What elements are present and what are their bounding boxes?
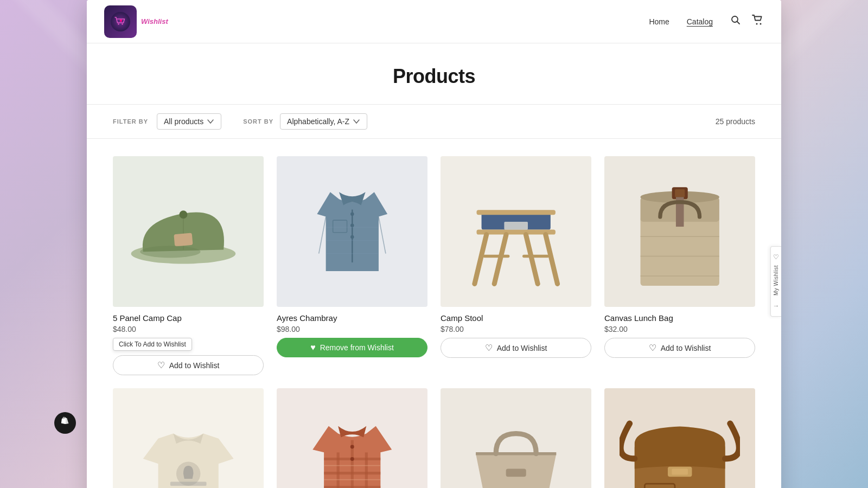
svg-point-9 (179, 210, 187, 219)
svg-point-2 (122, 23, 123, 24)
product-card-4: Canvas Lunch Bag $32.00 ♡ Add to Wishlis… (604, 156, 755, 375)
svg-rect-28 (640, 217, 719, 286)
svg-line-22 (494, 234, 506, 284)
logo[interactable] (104, 5, 137, 38)
search-icon[interactable] (730, 15, 741, 28)
sort-chevron-icon (353, 118, 360, 125)
svg-point-13 (350, 235, 354, 238)
sort-section: SORT BY Alphabetically, A-Z (243, 113, 367, 130)
svg-point-47 (350, 445, 354, 448)
svg-rect-7 (174, 233, 193, 246)
svg-point-11 (350, 212, 354, 215)
svg-rect-38 (170, 481, 207, 485)
svg-line-21 (475, 234, 487, 284)
wishlist-tab-heart-icon: ♡ (773, 253, 779, 261)
product-price-3: $78.00 (441, 325, 591, 333)
wishlist-btn-2[interactable]: ♥ Remove from Wishlist (277, 338, 427, 357)
wishlist-btn-1-label: Add to Wishlist (169, 361, 220, 370)
product-card-3: Camp Stool $78.00 ♡ Add to Wishlist (441, 156, 591, 375)
svg-point-48 (350, 457, 354, 461)
product-name-4: Canvas Lunch Bag (604, 313, 755, 323)
filter-chevron-icon (207, 118, 214, 125)
shopify-badge[interactable] (54, 412, 76, 434)
header-icons (730, 15, 764, 28)
page-title: Products (87, 65, 781, 88)
product-name-2: Ayres Chambray (277, 313, 427, 323)
product-price-4: $32.00 (604, 325, 755, 333)
product-card-8 (604, 388, 755, 488)
product-image-5[interactable] (113, 388, 264, 488)
product-card-6 (277, 388, 427, 488)
product-card-2: Ayres Chambray $98.00 ♥ Remove from Wish… (277, 156, 427, 375)
cart-icon[interactable] (752, 15, 764, 28)
product-card-5 (113, 388, 264, 488)
nav-home[interactable]: Home (649, 17, 669, 26)
product-image-7[interactable] (441, 388, 591, 488)
svg-line-24 (546, 234, 558, 284)
svg-rect-19 (476, 210, 555, 215)
nav-catalog[interactable]: Catalog (687, 17, 713, 26)
svg-line-23 (526, 234, 538, 284)
tooltip-1: Click To Add to Wishlist (113, 338, 192, 351)
product-image-8[interactable] (604, 388, 755, 488)
wishlist-btn-2-label: Remove from Wishlist (320, 343, 394, 352)
product-count: 25 products (716, 117, 755, 126)
svg-point-12 (350, 223, 354, 227)
browser-window: Wishlist Home Catalog Produc (87, 0, 781, 488)
wishlist-btn-3[interactable]: ♡ Add to Wishlist (441, 338, 591, 358)
page-title-section: Products (87, 43, 781, 104)
heart-icon-1: ♡ (157, 360, 165, 370)
sort-label: SORT BY (243, 118, 273, 125)
svg-point-5 (760, 23, 762, 25)
product-image-6[interactable] (277, 388, 427, 488)
wishlist-btn-3-label: Add to Wishlist (497, 344, 547, 352)
svg-point-3 (732, 16, 738, 22)
filter-bar: FILTER BY All products SORT BY Alphabeti… (87, 104, 781, 139)
product-card-1: 5 Panel Camp Cap $48.00 Click To Add to … (113, 156, 264, 375)
product-image-2[interactable] (277, 156, 427, 307)
product-image-3[interactable] (441, 156, 591, 307)
logo-area: Wishlist (104, 5, 168, 38)
heart-icon-2: ♥ (310, 343, 316, 352)
product-name-1: 5 Panel Camp Cap (113, 313, 264, 323)
svg-rect-53 (672, 468, 688, 474)
heart-icon-4: ♡ (649, 343, 656, 353)
heart-icon-3: ♡ (485, 343, 493, 353)
sort-dropdown[interactable]: Alphabetically, A-Z (280, 113, 367, 130)
svg-rect-27 (504, 222, 528, 230)
product-name-3: Camp Stool (441, 313, 591, 323)
svg-rect-32 (675, 189, 685, 197)
logo-text: Wishlist (141, 17, 168, 25)
filter-dropdown[interactable]: All products (157, 113, 221, 130)
wishlist-btn-4[interactable]: ♡ Add to Wishlist (604, 338, 755, 358)
product-grid: 5 Panel Camp Cap $48.00 Click To Add to … (87, 139, 781, 488)
filter-value: All products (164, 117, 203, 126)
filter-label: FILTER BY (113, 118, 148, 125)
svg-rect-50 (506, 468, 526, 477)
product-price-1: $48.00 (113, 325, 264, 333)
product-image-1[interactable] (113, 156, 264, 307)
main-nav: Home Catalog (649, 17, 713, 26)
product-card-7 (441, 388, 591, 488)
product-price-2: $98.00 (277, 325, 427, 333)
product-image-4[interactable] (604, 156, 755, 307)
svg-point-8 (140, 246, 200, 258)
wishlist-sidebar-tab[interactable]: ♡ My Wishlist → (770, 246, 781, 317)
wishlist-tab-label: My Wishlist (773, 265, 779, 296)
wishlist-tab-arrow-icon: → (773, 302, 780, 310)
sort-value: Alphabetically, A-Z (287, 117, 349, 126)
svg-point-1 (118, 23, 119, 24)
wishlist-btn-1[interactable]: ♡ Add to Wishlist (113, 355, 264, 375)
wishlist-btn-4-label: Add to Wishlist (661, 344, 711, 352)
svg-point-4 (756, 23, 758, 25)
header: Wishlist Home Catalog (87, 0, 781, 43)
